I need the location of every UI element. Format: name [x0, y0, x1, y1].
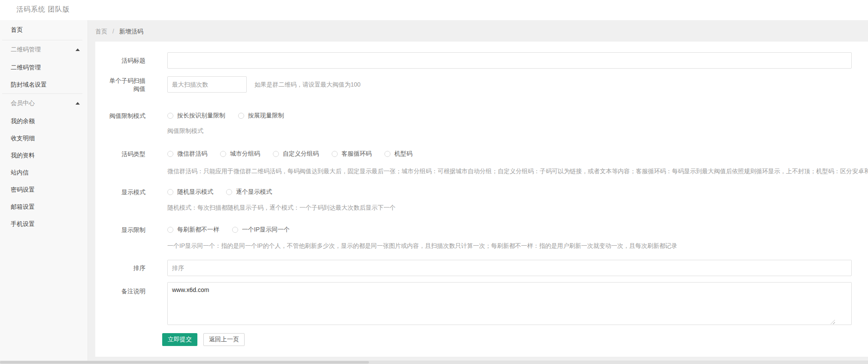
radio-button-icon[interactable] [167, 113, 173, 119]
radio-label: 每刷新都不一样 [177, 226, 219, 234]
caret-up-icon [76, 102, 80, 105]
remark-textarea[interactable]: www.x6d.com [167, 282, 852, 325]
title-input[interactable] [167, 52, 852, 69]
threshold-help-text: 如果是群二维码，请设置最大阀值为100 [254, 76, 360, 93]
form-row-remark: 备注说明 www.x6d.com [109, 282, 868, 325]
radio-button-icon[interactable] [167, 227, 173, 233]
breadcrumb-separator: / [112, 28, 114, 35]
form-actions: 立即提交 返回上一页 [167, 333, 868, 346]
limit-mode-help-text: 阀值限制模式 [167, 127, 868, 135]
sidebar-item-antiblock-domain[interactable]: 防封域名设置 [0, 76, 88, 93]
top-header: 活码系统 团队版 [0, 0, 868, 20]
sidebar-item-phone-settings[interactable]: 手机设置 [0, 216, 88, 233]
form-row-sort: 排序 [109, 260, 868, 276]
radio-label: 客服循环码 [342, 150, 372, 158]
sidebar-item-label: 防封域名设置 [11, 81, 47, 89]
threshold-label: 单个子码扫描阀值 [109, 77, 145, 93]
sidebar-group-label: 二维码管理 [11, 46, 41, 54]
radio-option-long-press-limit[interactable]: 按长按识别量限制 [167, 112, 225, 120]
app-logo: 活码系统 团队版 [16, 0, 70, 19]
radio-label: 逐个显示模式 [236, 188, 272, 196]
radio-button-icon[interactable] [232, 227, 238, 233]
radio-button-icon[interactable] [167, 189, 173, 195]
code-type-label: 活码类型 [109, 150, 145, 158]
horizontal-scrollbar-thumb[interactable] [0, 361, 369, 364]
sort-label: 排序 [109, 260, 145, 276]
sidebar-item-site-message[interactable]: 站内信 [0, 164, 88, 181]
radio-label: 微信群活码 [177, 150, 207, 158]
radio-button-icon[interactable] [226, 189, 232, 195]
radio-option-impression-limit[interactable]: 按展现量限制 [238, 112, 284, 120]
display-mode-help-text: 随机模式：每次扫描都随机显示子码，逐个模式：一个子码到达最大次数后显示下一个 [167, 204, 868, 212]
submit-button[interactable]: 立即提交 [162, 333, 197, 346]
sidebar-item-label: 首页 [11, 26, 23, 34]
sidebar-item-label: 手机设置 [11, 220, 35, 228]
sidebar-item-label: 站内信 [11, 169, 29, 177]
back-button[interactable]: 返回上一页 [203, 333, 245, 346]
radio-option-random-display[interactable]: 随机显示模式 [167, 188, 213, 196]
form-row-scan-threshold: 单个子码扫描阀值 如果是群二维码，请设置最大阀值为100 [109, 76, 868, 93]
limit-mode-label: 阀值限制模式 [109, 111, 145, 120]
sidebar-item-label: 我的资料 [11, 152, 35, 159]
radio-option-city-group-code[interactable]: 城市分组码 [220, 150, 260, 158]
new-live-code-form-card: 活码标题 单个子码扫描阀值 如果是群二维码，请设置最大阀值为100 阀值限制模式… [95, 42, 868, 357]
radio-button-icon[interactable] [167, 151, 173, 157]
sidebar-item-home[interactable]: 首页 [0, 20, 88, 40]
radio-label: 按长按识别量限制 [177, 112, 225, 120]
breadcrumb-home-link[interactable]: 首页 [95, 28, 107, 35]
radio-option-device-model-code[interactable]: 机型码 [384, 150, 412, 158]
sidebar-group-label: 会员中心 [11, 99, 35, 107]
radio-label: 机型码 [394, 150, 412, 158]
sidebar-item-label: 密码设置 [11, 186, 35, 194]
scan-threshold-input[interactable] [167, 76, 247, 93]
radio-button-icon[interactable] [273, 151, 279, 157]
breadcrumb: 首页 / 新增活码 [95, 26, 143, 37]
radio-label: 一个IP显示同一个 [242, 226, 290, 234]
sidebar-item-label: 二维码管理 [11, 64, 41, 72]
radio-label: 自定义分组码 [283, 150, 319, 158]
remark-label: 备注说明 [109, 287, 145, 295]
sidebar: 首页 二维码管理 二维码管理 防封域名设置 会员中心 我的余额 收支明细 我的资… [0, 20, 88, 361]
radio-option-same-per-ip[interactable]: 一个IP显示同一个 [232, 226, 290, 234]
sidebar-item-income-expense[interactable]: 收支明细 [0, 130, 88, 147]
horizontal-scrollbar-track[interactable] [0, 361, 868, 364]
radio-option-service-loop-code[interactable]: 客服循环码 [332, 150, 372, 158]
sidebar-group-qrcode-management[interactable]: 二维码管理 [0, 40, 88, 59]
display-limit-label: 显示限制 [109, 226, 145, 234]
sidebar-item-qrcode-management[interactable]: 二维码管理 [0, 59, 88, 76]
sidebar-item-label: 邮箱设置 [11, 203, 35, 211]
radio-option-sequential-display[interactable]: 逐个显示模式 [226, 188, 272, 196]
radio-option-custom-group-code[interactable]: 自定义分组码 [273, 150, 319, 158]
display-mode-label: 显示模式 [109, 188, 145, 196]
radio-label: 城市分组码 [230, 150, 260, 158]
form-row-title: 活码标题 [109, 52, 868, 69]
sidebar-item-my-profile[interactable]: 我的资料 [0, 147, 88, 164]
sort-input[interactable] [167, 260, 852, 276]
radio-button-icon[interactable] [220, 151, 226, 157]
sidebar-item-label: 收支明细 [11, 135, 35, 142]
sidebar-item-password-settings[interactable]: 密码设置 [0, 181, 88, 199]
title-label: 活码标题 [109, 52, 145, 69]
sidebar-item-email-settings[interactable]: 邮箱设置 [0, 199, 88, 216]
radio-label: 按展现量限制 [248, 112, 284, 120]
breadcrumb-current: 新增活码 [119, 28, 143, 35]
radio-button-icon[interactable] [238, 113, 244, 119]
display-limit-help-text: 一个IP显示同一个：指的是同一个IP的个人，不管他刷新多少次，显示的都是同一张图… [167, 242, 868, 250]
radio-option-different-each-refresh[interactable]: 每刷新都不一样 [167, 226, 219, 234]
sidebar-item-label: 我的余额 [11, 117, 35, 125]
sidebar-group-member-center[interactable]: 会员中心 [0, 94, 88, 113]
sidebar-item-my-balance[interactable]: 我的余额 [0, 113, 88, 130]
radio-button-icon[interactable] [384, 151, 390, 157]
code-type-help-text: 微信群活码：只能应用于微信群二维码活码，每码阀值达到最大后，固定显示最后一张；城… [167, 168, 868, 175]
radio-label: 随机显示模式 [177, 188, 213, 196]
radio-option-wechat-group-code[interactable]: 微信群活码 [167, 150, 207, 158]
radio-button-icon[interactable] [332, 151, 338, 157]
caret-up-icon [76, 48, 80, 51]
